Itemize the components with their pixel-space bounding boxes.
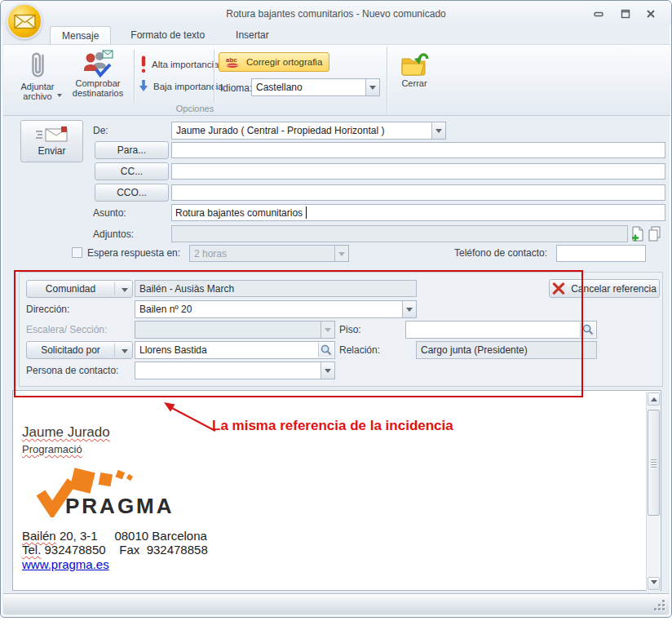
floor-search-button[interactable] xyxy=(580,322,595,337)
phone-label: Teléfono de contacto: xyxy=(454,247,547,259)
signature-phone-line: Tel. 932478850 Fax 932478858 xyxy=(22,543,208,557)
community-field: Bailén - Ausiàs March xyxy=(135,280,417,297)
wait-reply-select: 2 horas xyxy=(189,245,349,262)
maximize-button[interactable] xyxy=(618,8,633,20)
tab-insertar[interactable]: Insertar xyxy=(224,26,281,44)
wait-reply-label: Espera respuesta en: xyxy=(87,247,180,259)
send-envelope-icon xyxy=(34,126,70,144)
scrollbar-thumb[interactable] xyxy=(648,410,660,516)
high-importance-button[interactable]: Alta importancia xyxy=(140,55,219,73)
from-dropdown-button[interactable] xyxy=(431,122,445,139)
scroll-up-button[interactable] xyxy=(648,393,660,406)
attach-file-button[interactable]: Adjuntar archivo xyxy=(11,47,64,104)
spellcheck-button[interactable]: abc Corregir ortografia xyxy=(219,52,329,72)
triangle-down-icon xyxy=(651,580,657,588)
magnifier-icon xyxy=(582,324,594,335)
stair-section-select xyxy=(135,321,335,339)
low-importance-button[interactable]: Baja importancia xyxy=(139,80,223,92)
new-communique-window: Rotura bajantes comunitarios - Nuevo com… xyxy=(0,0,672,618)
relation-field: Cargo junta (Presidente) xyxy=(416,341,597,359)
app-menu-button[interactable] xyxy=(7,3,42,39)
contact-person-label: Persona de contacto: xyxy=(26,365,118,376)
close-icon xyxy=(646,9,656,19)
add-attachment-icon xyxy=(630,226,645,242)
status-bar xyxy=(3,593,669,614)
from-label: De: xyxy=(93,125,108,136)
cc-button[interactable]: CC... xyxy=(95,162,169,180)
check-recipients-button[interactable]: Comprobar destinatarios xyxy=(65,47,130,104)
ribbon: Adjuntar archivo Comprobar destinatarios… xyxy=(3,44,670,116)
triangle-up-icon xyxy=(651,394,657,401)
wait-reply-value: 2 horas xyxy=(194,248,332,259)
scrollbar[interactable] xyxy=(646,392,660,591)
signature-address-line: Bailén 20, 3-1 08010 Barcelona xyxy=(22,529,207,543)
subject-input[interactable] xyxy=(171,204,665,221)
phone-input[interactable] xyxy=(556,245,646,262)
signature-name: Jaume Jurado xyxy=(22,424,110,441)
close-button[interactable] xyxy=(643,8,658,20)
chevron-down-icon xyxy=(369,86,376,93)
cc-input[interactable] xyxy=(171,163,665,180)
ribbon-separator xyxy=(387,47,387,113)
minimize-button[interactable] xyxy=(591,8,606,20)
requested-by-split-button[interactable]: Solicitado por xyxy=(26,341,133,359)
address-label: Dirección: xyxy=(26,304,69,315)
wait-reply-dropdown-button xyxy=(334,246,348,261)
website-link[interactable]: www.pragma.es xyxy=(22,557,109,571)
to-input[interactable] xyxy=(171,142,665,158)
pragma-logo: PRAGMA xyxy=(34,467,173,519)
low-importance-icon xyxy=(139,80,148,92)
from-select[interactable]: Jaume Jurado ( Central - Propiedad Horiz… xyxy=(171,122,446,140)
magnifier-icon xyxy=(321,344,332,356)
requested-by-field[interactable]: Llorens Bastida xyxy=(135,341,335,359)
ribbon-group-label: Opciones xyxy=(3,104,387,113)
to-button[interactable]: Para... xyxy=(95,141,169,159)
contact-dropdown-button[interactable] xyxy=(321,362,334,379)
address-select[interactable]: Bailen nº 20 xyxy=(135,300,417,318)
ribbon-tabs: Mensaje Formato de texto Insertar xyxy=(50,26,281,44)
add-attachment-button[interactable] xyxy=(630,226,645,245)
message-body[interactable]: La misma referencia de la incidencia Jau… xyxy=(12,390,661,591)
subject-label: Asunto: xyxy=(93,207,126,219)
close-message-button[interactable]: Cerrar xyxy=(393,47,435,104)
envelope-icon xyxy=(14,14,36,29)
chevron-down-icon xyxy=(325,369,331,376)
chevron-down-icon xyxy=(338,252,345,259)
ribbon-separator xyxy=(134,50,135,102)
ribbon-separator xyxy=(214,50,214,102)
language-dropdown-button[interactable] xyxy=(365,79,379,95)
tab-formato-de-texto[interactable]: Formato de texto xyxy=(119,26,216,44)
bcc-input[interactable] xyxy=(171,184,665,201)
floor-label: Piso: xyxy=(339,324,361,335)
attachments-label: Adjuntos: xyxy=(93,228,134,240)
requested-by-value: Llorens Bastida xyxy=(139,344,318,356)
community-split-button[interactable]: Comunidad xyxy=(26,280,133,298)
resize-grip[interactable] xyxy=(654,600,665,610)
text-cursor xyxy=(306,206,307,219)
signature-website-line: www.pragma.es xyxy=(22,557,109,571)
wait-reply-checkbox[interactable] xyxy=(72,247,82,258)
relation-label: Relación: xyxy=(339,344,380,356)
scroll-down-button[interactable] xyxy=(648,577,660,590)
language-select[interactable]: Castellano xyxy=(251,78,380,96)
attachments-field[interactable] xyxy=(171,225,628,242)
window-title: Rotura bajantes comunitarios - Nuevo com… xyxy=(1,8,671,20)
requested-by-search-button[interactable] xyxy=(318,343,334,357)
chevron-down-icon xyxy=(406,308,413,315)
cancel-reference-button[interactable]: Cancelar referencia xyxy=(549,279,660,298)
contact-person-select[interactable] xyxy=(135,362,335,379)
tab-mensaje[interactable]: Mensaje xyxy=(50,26,111,44)
address-dropdown-button[interactable] xyxy=(402,301,416,317)
minimize-icon xyxy=(594,9,603,19)
close-folder-icon xyxy=(400,49,429,78)
floor-field[interactable] xyxy=(405,321,597,339)
chevron-down-icon xyxy=(435,129,442,136)
from-value: Jaume Jurado ( Central - Propiedad Horiz… xyxy=(176,125,429,136)
chevron-down-icon xyxy=(122,288,128,295)
title-bar: Rotura bajantes comunitarios - Nuevo com… xyxy=(1,1,671,25)
red-x-icon xyxy=(552,282,565,295)
send-button[interactable]: Enviar xyxy=(20,120,83,162)
svg-text:abc: abc xyxy=(226,56,237,64)
copy-attachment-button[interactable] xyxy=(648,226,661,245)
bcc-button[interactable]: CCO... xyxy=(95,184,169,202)
